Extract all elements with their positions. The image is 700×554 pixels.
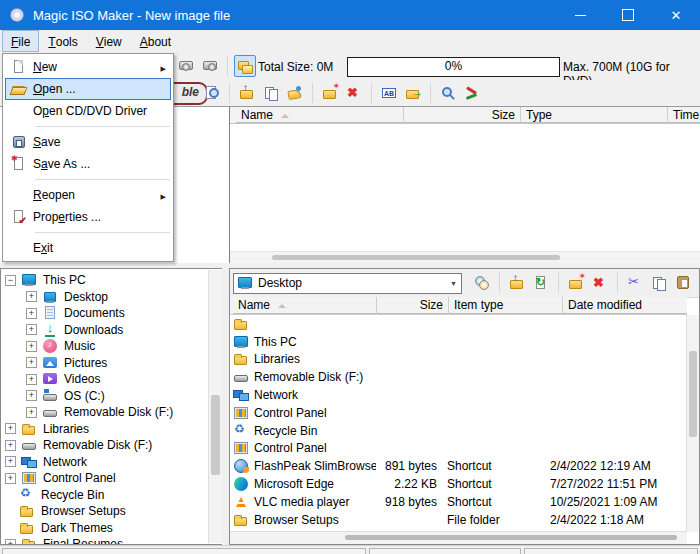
menubar-item-tools[interactable]: Tools <box>39 30 86 52</box>
chevron-down-icon[interactable] <box>446 274 461 293</box>
file-row-this-pc[interactable]: This PC <box>230 333 687 351</box>
file-name-cell: Browser Setups <box>233 512 376 528</box>
menu-item-save[interactable]: Save <box>5 131 171 153</box>
rename-button[interactable] <box>378 82 400 104</box>
file-row-blank[interactable] <box>230 315 687 333</box>
new-folder-button[interactable] <box>565 272 587 294</box>
explorer-column-header-size[interactable]: Size <box>377 297 449 314</box>
extract-files-button[interactable] <box>284 82 306 104</box>
menu-item-properties[interactable]: Properties ... <box>5 206 171 228</box>
file-row-control-panel[interactable]: Control Panel <box>230 440 687 458</box>
file-row-recycle-bin[interactable]: Recycle Bin <box>230 422 687 440</box>
explorer-vscrollbar[interactable] <box>686 315 699 532</box>
refresh-button[interactable] <box>530 272 552 294</box>
iso-list-hscroll-thumb[interactable] <box>272 255 560 260</box>
tree-item-network[interactable]: Network <box>1 454 208 471</box>
folder-icon <box>233 512 249 528</box>
new-folder-button[interactable] <box>319 82 341 104</box>
search-button[interactable] <box>437 82 459 104</box>
cut-button[interactable] <box>624 272 646 294</box>
tree-item-dark-themes[interactable]: Dark Themes <box>1 520 208 537</box>
menu-item-new[interactable]: New <box>5 56 171 78</box>
location-combobox[interactable]: Desktop <box>233 273 462 294</box>
maximize-button[interactable] <box>604 0 652 30</box>
iso-column-header-name[interactable]: Name <box>236 107 404 123</box>
menu-item-exit[interactable]: Exit <box>5 237 171 259</box>
tree-item-pictures[interactable]: Pictures <box>1 355 208 372</box>
explorer-vscroll-thumb[interactable] <box>689 351 697 437</box>
explorer-column-header-date-modified[interactable]: Date modified <box>563 297 687 314</box>
file-row-network[interactable]: Network <box>230 386 687 404</box>
tree-item-os-c[interactable]: OS (C:) <box>1 388 208 405</box>
iso-column-header-time[interactable]: Time <box>668 107 700 123</box>
tree-item-this-pc[interactable]: This PC <box>1 272 208 289</box>
file-row-microsoft-edge[interactable]: Microsoft Edge2.22 KBShortcut7/27/2022 1… <box>230 475 687 493</box>
tree-item-downloads[interactable]: Downloads <box>1 322 208 339</box>
tree-item-removable-disk-f[interactable]: Removable Disk (F:) <box>1 437 208 454</box>
iso-column-header-size[interactable]: Size <box>404 107 521 123</box>
expander-plus-icon[interactable] <box>26 324 37 335</box>
explorer-column-header-item-type[interactable]: Item type <box>449 297 563 314</box>
expander-plus-icon[interactable] <box>26 357 37 368</box>
menu-item-save-as[interactable]: Save As ... <box>5 153 171 175</box>
expander-plus-icon[interactable] <box>5 473 16 484</box>
copy-files-button[interactable] <box>260 82 282 104</box>
file-row-flashpeak-slimbrowse[interactable]: FlashPeak SlimBrowse...891 bytesShortcut… <box>230 457 687 475</box>
iso-column-header-type[interactable]: Type <box>521 107 668 123</box>
expander-plus-icon[interactable] <box>5 440 16 451</box>
menu-item-reopen[interactable]: Reopen <box>5 184 171 206</box>
tree-item-videos[interactable]: Videos <box>1 371 208 388</box>
tree-item-control-panel[interactable]: Control Panel <box>1 470 208 487</box>
tree-item-documents[interactable]: Documents <box>1 305 208 322</box>
folder-up-button[interactable] <box>506 272 528 294</box>
delete-button[interactable] <box>343 82 365 104</box>
file-name-cell: VLC media player <box>233 494 376 510</box>
expander-plus-icon[interactable] <box>26 390 37 401</box>
title-bar[interactable]: Magic ISO Maker - New image file ✕ <box>0 0 700 30</box>
menubar-item-view[interactable]: View <box>87 30 131 52</box>
expander-plus-icon[interactable] <box>5 423 16 434</box>
data-folders-button[interactable] <box>234 55 256 77</box>
tree-vscrollbar[interactable] <box>208 270 222 543</box>
expander-plus-icon[interactable] <box>26 374 37 385</box>
menu-item-open-cd-dvd-driver[interactable]: Open CD/DVD Driver <box>5 100 171 122</box>
tree-item-removable-disk-f[interactable]: Removable Disk (F:) <box>1 404 208 421</box>
tree-item-libraries[interactable]: Libraries <box>1 421 208 438</box>
expander-plus-icon[interactable] <box>26 308 37 319</box>
menu-item-open[interactable]: Open ... <box>5 78 171 100</box>
export-folder-button[interactable] <box>402 82 424 104</box>
tree-item-desktop[interactable]: Desktop <box>1 289 208 306</box>
expander-plus-icon[interactable] <box>26 407 37 418</box>
file-row-libraries[interactable]: Libraries <box>230 351 687 369</box>
paste-button[interactable] <box>672 272 694 294</box>
file-row-removable-disk-f[interactable]: Removable Disk (F:) <box>230 368 687 386</box>
menubar-item-file[interactable]: File <box>2 30 39 52</box>
explorer-hscroll-thumb[interactable] <box>345 535 677 540</box>
tools-button[interactable] <box>461 82 483 104</box>
view-file-button[interactable] <box>201 82 223 104</box>
expander-plus-icon[interactable] <box>26 291 37 302</box>
folder-up-button[interactable] <box>236 82 258 104</box>
delete-button[interactable] <box>589 272 611 294</box>
vertical-splitter[interactable] <box>222 268 229 545</box>
file-row-vlc-media-player[interactable]: VLC media player918 bytesShortcut10/25/2… <box>230 493 687 511</box>
file-row-browser-setups[interactable]: Browser SetupsFile folder2/4/2022 1:18 A… <box>230 511 687 529</box>
close-button[interactable]: ✕ <box>652 0 700 30</box>
tree-item-final-resumes[interactable]: Final Resumes <box>1 536 208 545</box>
burn-cd-button[interactable] <box>199 55 221 77</box>
add-to-image-button[interactable] <box>471 272 493 294</box>
tree-item-browser-setups[interactable]: Browser Setups <box>1 503 208 520</box>
record-cd-button[interactable] <box>175 55 197 77</box>
menubar-item-about[interactable]: About <box>131 30 180 52</box>
expander-plus-icon[interactable] <box>26 341 37 352</box>
minimize-button[interactable] <box>556 0 604 30</box>
copy-button[interactable] <box>648 272 670 294</box>
tree-item-music[interactable]: Music <box>1 338 208 355</box>
file-row-control-panel[interactable]: Control Panel <box>230 404 687 422</box>
expander-minus-icon[interactable] <box>5 275 16 286</box>
explorer-column-header-name[interactable]: Name <box>233 297 377 314</box>
tree-item-recycle-bin[interactable]: Recycle Bin <box>1 487 208 504</box>
expander-plus-icon[interactable] <box>5 456 16 467</box>
tree-vscroll-thumb[interactable] <box>211 395 220 475</box>
explorer-hscrollbar[interactable] <box>230 531 687 544</box>
